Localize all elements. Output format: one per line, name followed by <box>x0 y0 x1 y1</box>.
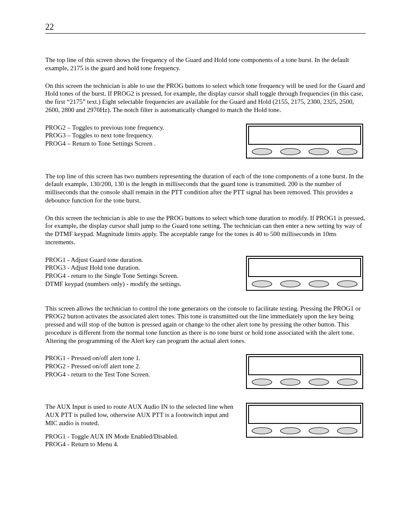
sec1-row: PROG2 – Toggles to previous tone frequen… <box>45 124 366 159</box>
svg-point-9 <box>280 379 300 386</box>
svg-point-12 <box>252 428 272 434</box>
sec2-proglist: PROG1 - Adjust Guard tone duration. PROG… <box>45 256 246 288</box>
header-rule <box>45 33 366 34</box>
page-number: 22 <box>45 22 366 32</box>
sec4-para1: The AUX Input is used to route AUX Audio… <box>45 403 237 427</box>
sec2-prog-line: DTMF keypad (numbers only) - modify the … <box>45 280 246 288</box>
svg-point-1 <box>280 148 300 155</box>
sec3-prog-line: PROG2 - Pressed on/off alert tone 2. <box>45 362 246 370</box>
svg-point-7 <box>337 280 357 287</box>
sec2-prog-line: PROG1 - Adjust Guard tone duration. <box>45 256 246 264</box>
sec3-row: PROG1 - Pressed on/off alert tone 1. PRO… <box>45 354 366 389</box>
oval-button-icon <box>251 280 273 288</box>
oval-button-icon <box>308 280 330 288</box>
display-panel <box>246 256 363 291</box>
sec3-para1: This screen allows the technician to con… <box>45 305 366 345</box>
display-panel <box>246 403 363 438</box>
oval-button-icon <box>280 378 301 386</box>
sec4-text: The AUX Input is used to route AUX Audio… <box>45 403 246 448</box>
oval-button-icon <box>280 427 301 435</box>
oval-button-icon <box>336 378 358 386</box>
sec3-proglist: PROG1 - Pressed on/off alert tone 1. PRO… <box>45 354 246 378</box>
oval-button-icon <box>251 378 273 386</box>
sec4-prog-line: PROG4 - Return to Menu 4. <box>45 440 237 448</box>
svg-point-0 <box>252 148 272 155</box>
oval-button-icon <box>308 427 330 435</box>
oval-button-icon <box>251 148 273 156</box>
oval-button-icon <box>280 280 301 288</box>
svg-point-13 <box>280 428 300 434</box>
sec1-para2: On this screen the technician is able to… <box>45 82 366 114</box>
sec2-prog-line: PROG4 - return to the Single Tone Settin… <box>45 272 246 280</box>
display-button-row <box>247 376 362 388</box>
sec1-prog-line: PROG3 – Toggles to next tone frequency. <box>45 131 246 140</box>
display-panel <box>246 354 363 389</box>
sec2-prog-line: PROG3 - Adjust Hold tone duration. <box>45 264 246 272</box>
svg-point-4 <box>252 280 272 287</box>
oval-button-icon <box>308 378 330 386</box>
sec3-prog-line: PROG1 - Pressed on/off alert tone 1. <box>45 354 246 362</box>
svg-point-15 <box>337 428 357 434</box>
sec2-para1: The top line of this screen has two numb… <box>45 172 366 205</box>
sec1-prog-line: PROG4 – Return to Tone Settings Screen . <box>45 140 246 148</box>
display-panel <box>246 124 363 159</box>
sec1-prog-line: PROG2 – Toggles to previous tone frequen… <box>45 124 246 132</box>
svg-point-5 <box>280 280 300 287</box>
svg-point-14 <box>309 428 329 434</box>
display-button-row <box>247 146 362 158</box>
svg-point-3 <box>337 148 357 155</box>
oval-button-icon <box>336 427 358 435</box>
display-button-row <box>247 425 362 437</box>
display-screen <box>248 405 361 424</box>
sec4-row: The AUX Input is used to route AUX Audio… <box>45 403 366 448</box>
sec3-prog-line: PROG4 - return to the Test Tone Screen. <box>45 370 246 379</box>
sec2-para2: On this screen the technician is able to… <box>45 214 366 246</box>
svg-point-10 <box>309 379 329 386</box>
display-screen <box>248 126 361 145</box>
display-screen <box>248 356 361 375</box>
display-button-row <box>247 278 362 290</box>
oval-button-icon <box>251 427 273 435</box>
sec1-para1: The top line of this screen shows the fr… <box>45 56 366 72</box>
svg-point-2 <box>309 148 329 155</box>
page: 22 The top line of this screen shows the… <box>0 0 411 532</box>
svg-point-6 <box>309 280 329 287</box>
sec4-prog-line: PROG1 - Toggle AUX IN Mode Enabled/Disab… <box>45 432 237 441</box>
svg-point-8 <box>252 379 272 386</box>
oval-button-icon <box>308 148 330 156</box>
display-screen <box>248 258 361 277</box>
oval-button-icon <box>280 148 301 156</box>
sec1-proglist: PROG2 – Toggles to previous tone frequen… <box>45 124 246 148</box>
oval-button-icon <box>336 148 358 156</box>
oval-button-icon <box>336 280 358 288</box>
svg-point-11 <box>337 379 357 386</box>
sec4-proglist: PROG1 - Toggle AUX IN Mode Enabled/Disab… <box>45 432 237 449</box>
sec2-row: PROG1 - Adjust Guard tone duration. PROG… <box>45 256 366 291</box>
